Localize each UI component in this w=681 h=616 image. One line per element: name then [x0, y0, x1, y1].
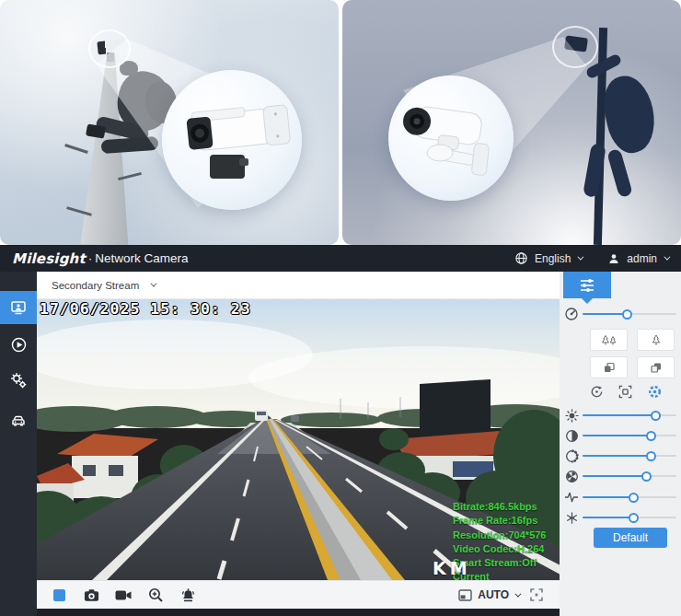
product-title: Network Camera	[95, 251, 188, 265]
ptz-speed-icon	[564, 307, 579, 321]
ptz-camera-product	[388, 76, 514, 201]
contrast-row	[560, 428, 681, 443]
chevron-down-icon[interactable]	[664, 254, 670, 261]
slider-knob[interactable]	[641, 471, 652, 482]
sharpness-slider[interactable]	[583, 470, 676, 482]
stop-button[interactable]	[51, 587, 67, 603]
noise-reduction-slider[interactable]	[583, 491, 676, 504]
sliders-icon	[578, 277, 596, 294]
ptz-speed-slider[interactable]	[583, 308, 676, 320]
globe-icon	[514, 251, 528, 265]
slider-knob[interactable]	[629, 493, 639, 503]
live-video-viewport: 17/06/2025 15: 30: 23 Bitrate:846.5kbps …	[37, 299, 560, 580]
slider-knob[interactable]	[629, 513, 639, 523]
tab-pointer	[582, 298, 593, 304]
osd-timestamp: 17/06/2025 15: 30: 23	[40, 300, 251, 318]
sidebar-item-smart-vehicle[interactable]	[0, 404, 37, 437]
distant-van	[255, 410, 268, 421]
saturation-row	[560, 448, 681, 463]
slider-knob[interactable]	[651, 411, 661, 421]
chevron-down-icon[interactable]	[514, 590, 521, 597]
fullscreen-button[interactable]	[530, 588, 543, 601]
brightness-icon	[564, 408, 579, 423]
adjust-tab[interactable]	[563, 272, 611, 298]
sharpness-row	[560, 469, 681, 483]
contrast-icon	[564, 428, 579, 443]
zoom-out-button[interactable]	[590, 329, 628, 351]
focus-area-icon	[618, 384, 633, 400]
stream-select[interactable]: Secondary Stream	[52, 280, 139, 291]
lens-settings-button[interactable]	[646, 383, 663, 400]
page: Milesight · Network Camera English admin	[0, 0, 681, 616]
slider-knob[interactable]	[646, 451, 656, 461]
sidebar-item-live-view[interactable]	[0, 291, 37, 324]
osd-framerate: Frame Rate:16fps	[453, 514, 560, 528]
language-menu[interactable]: English	[535, 252, 571, 265]
distant-car	[291, 415, 299, 422]
sidebar-item-settings[interactable]	[0, 364, 37, 397]
ptz-speed-row	[560, 307, 681, 321]
fullscreen-icon	[530, 588, 543, 601]
osd-resolution: Resolution:704*576	[453, 529, 560, 542]
one-push-focus-icon	[589, 384, 605, 400]
sidebar	[0, 272, 37, 616]
aspect-ratio-toggle[interactable]	[458, 589, 472, 601]
user-menu[interactable]: admin	[627, 252, 657, 265]
noise-reduction-row	[560, 490, 681, 505]
lens-gear-icon	[647, 384, 663, 400]
image-adjust-panel: Default	[560, 272, 681, 616]
zoom-out-trees-icon	[601, 334, 618, 346]
manual-alarm-button[interactable]	[179, 587, 196, 603]
logo-separator: ·	[88, 251, 93, 265]
chevron-down-icon[interactable]	[151, 281, 157, 287]
focus-far-button[interactable]	[637, 356, 675, 378]
contrast-slider[interactable]	[583, 429, 676, 442]
app-header: Milesight · Network Camera English admin	[0, 245, 681, 272]
product-inset-circle	[388, 76, 514, 201]
sharpness-icon	[564, 469, 579, 483]
gears-icon	[9, 371, 28, 389]
play-circle-icon	[10, 336, 28, 354]
saturation-slider[interactable]	[583, 449, 676, 462]
defog-slider[interactable]	[583, 511, 676, 524]
brightness-slider[interactable]	[583, 409, 676, 422]
stream-mode-select[interactable]: AUTO	[478, 588, 509, 601]
focus-far-icon	[650, 361, 663, 374]
zoom-in-button[interactable]	[637, 329, 675, 351]
monitor-person-icon	[9, 298, 28, 317]
location-label: KM 811+600	[433, 558, 560, 580]
installation-photo-left	[0, 0, 339, 245]
bullet-camera-product	[162, 70, 302, 210]
zoom-in-tree-icon	[650, 334, 663, 346]
video-toolbar: AUTO	[37, 580, 560, 609]
record-video-icon	[115, 589, 132, 601]
brand-logo: Milesight	[12, 250, 86, 267]
defog-icon	[564, 510, 579, 525]
osd-bitrate: Bitrate:846.5kbps	[453, 500, 560, 514]
user-icon	[607, 252, 620, 265]
alarm-bell-icon	[180, 587, 196, 602]
default-button[interactable]: Default	[594, 528, 667, 548]
focus-near-button[interactable]	[590, 356, 628, 378]
car-icon	[9, 412, 28, 430]
product-inset-circle	[162, 70, 302, 210]
focus-area-button[interactable]	[617, 383, 633, 400]
chevron-down-icon[interactable]	[578, 254, 584, 261]
stream-bar: Secondary Stream	[37, 272, 560, 299]
one-push-focus-button[interactable]	[588, 383, 605, 400]
focus-near-icon	[603, 361, 616, 374]
aspect-ratio-icon	[458, 589, 472, 601]
defog-row	[560, 510, 681, 525]
digital-zoom-button[interactable]	[147, 587, 164, 603]
slider-knob[interactable]	[622, 309, 632, 320]
noise-reduction-icon	[564, 490, 579, 505]
slider-knob[interactable]	[646, 431, 656, 441]
osd-codec: Video Codec:H.264	[453, 542, 560, 556]
sidebar-item-playback[interactable]	[0, 328, 37, 361]
record-button[interactable]	[115, 587, 132, 603]
installation-photo-right	[342, 0, 681, 245]
snapshot-button[interactable]	[83, 587, 99, 603]
stop-square-icon	[53, 589, 65, 601]
zoom-plus-icon	[148, 587, 164, 603]
saturation-icon	[564, 448, 579, 463]
